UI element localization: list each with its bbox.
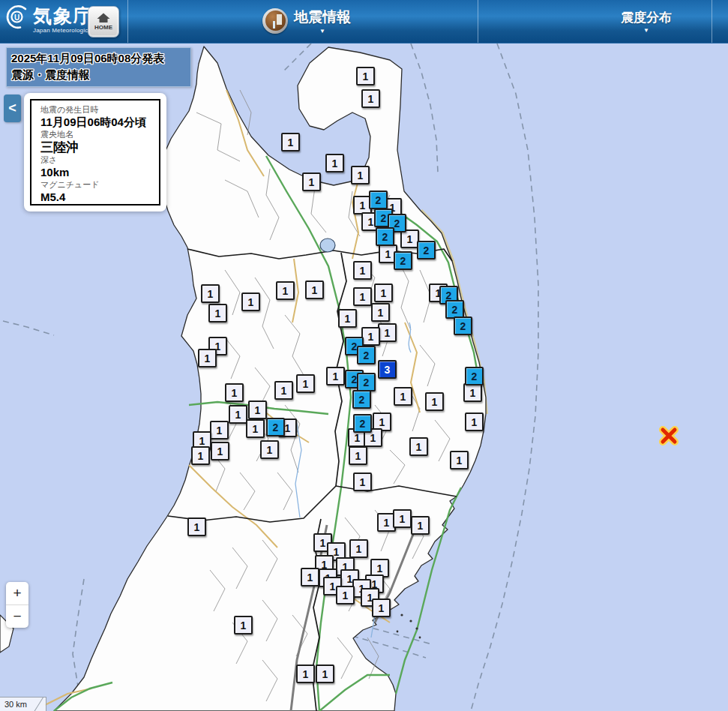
intensity-marker[interactable]: 1 (361, 89, 380, 108)
home-button[interactable]: HOME (88, 6, 119, 38)
intensity-marker[interactable]: 1 (241, 292, 260, 311)
intensity-marker[interactable]: 1 (372, 598, 391, 617)
panel-collapse-button[interactable]: < (4, 94, 21, 122)
intensity-marker[interactable]: 1 (201, 284, 220, 303)
intensity-marker[interactable]: 2 (352, 390, 371, 409)
intensity-marker[interactable]: 1 (296, 664, 315, 683)
intensity-marker[interactable]: 3 (378, 360, 397, 379)
intensity-marker[interactable]: 1 (463, 383, 482, 402)
nav-earthquake-info-label: 地震情報 (294, 8, 351, 27)
intensity-marker[interactable]: 1 (234, 616, 253, 634)
map-zoom-control: + − (6, 582, 28, 628)
intensity-marker[interactable]: 1 (301, 568, 319, 586)
earthquake-info-panel: 地震の発生日時 11月09日06時04分頃 震央地名 三陸沖 深さ 10km マ… (24, 93, 166, 212)
intensity-marker[interactable]: 1 (208, 304, 227, 322)
intensity-marker[interactable]: 1 (260, 440, 279, 459)
field-label-epicenter: 震央地名 (40, 130, 156, 140)
intensity-marker[interactable]: 1 (371, 303, 390, 322)
intensity-marker[interactable]: 1 (374, 284, 393, 302)
home-icon (96, 13, 111, 23)
intensity-marker[interactable]: 1 (353, 287, 372, 306)
home-button-label: HOME (94, 24, 112, 31)
intensity-marker[interactable]: 2 (357, 346, 376, 364)
map-scale-bar: 30 km (0, 697, 46, 711)
intensity-marker[interactable]: 1 (225, 383, 244, 402)
announcement-time: 2025年11月09日06時08分発表 (11, 50, 186, 67)
intensity-marker[interactable]: 1 (349, 539, 368, 558)
intensity-marker[interactable]: 1 (353, 261, 372, 280)
intensity-marker[interactable]: 1 (274, 381, 293, 400)
zoom-out-button[interactable]: − (6, 604, 28, 628)
intensity-marker[interactable]: 1 (465, 412, 484, 431)
jma-logo-icon: U (5, 4, 29, 34)
intensity-marker[interactable]: 2 (369, 190, 388, 209)
intensity-marker[interactable]: 1 (361, 327, 380, 346)
intensity-marker[interactable]: 1 (450, 451, 469, 470)
intensity-marker[interactable]: 1 (356, 67, 375, 86)
intensity-marker[interactable]: 1 (349, 446, 367, 465)
intensity-marker[interactable]: 2 (417, 241, 436, 260)
intensity-marker[interactable]: 2 (357, 373, 376, 392)
intensity-marker[interactable]: 1 (394, 387, 412, 406)
intensity-marker[interactable]: 1 (198, 349, 217, 368)
chevron-down-icon: ▼ (643, 28, 649, 33)
field-label-occurrence-time: 地震の発生日時 (40, 105, 156, 115)
jma-earthquake-page: 1111111111111111111111111111111111111111… (0, 0, 728, 711)
intensity-marker[interactable]: 1 (325, 154, 344, 172)
field-label-depth: 深さ (40, 155, 156, 165)
intensity-marker[interactable]: 1 (378, 323, 397, 342)
intensity-marker[interactable]: 1 (336, 586, 355, 604)
field-value-depth: 10km (40, 165, 156, 180)
intensity-marker[interactable]: 1 (351, 166, 370, 184)
announcement-type: 震源・震度情報 (11, 67, 186, 83)
intensity-marker[interactable]: 2 (394, 251, 412, 270)
chevron-down-icon: ▼ (319, 28, 325, 34)
header-divider (712, 0, 712, 43)
field-label-magnitude: マグニチュード (40, 180, 156, 190)
nav-intensity-distribution[interactable]: 震度分布 ▼ (621, 9, 672, 33)
svg-text:U: U (14, 14, 19, 22)
intensity-marker[interactable]: 1 (191, 446, 210, 465)
top-nav-bar: U 気象庁 Japan Meteorological Agency HOME 地… (0, 0, 728, 44)
intensity-marker[interactable]: 1 (187, 518, 206, 536)
intensity-marker[interactable]: 1 (409, 437, 428, 456)
intensity-marker[interactable]: 1 (411, 516, 430, 535)
intensity-marker[interactable]: 1 (210, 421, 229, 440)
field-value-occurrence-time: 11月09日06時04分頃 (40, 115, 156, 130)
intensity-marker[interactable]: 1 (248, 400, 267, 419)
field-value-magnitude: M5.4 (40, 190, 156, 205)
intensity-marker[interactable]: 2 (465, 367, 484, 386)
intensity-marker[interactable]: 1 (338, 309, 357, 328)
announcement-banner: 2025年11月09日06時08分発表 震源・震度情報 (6, 47, 191, 87)
intensity-marker[interactable]: 1 (425, 392, 444, 411)
intensity-marker[interactable]: 1 (353, 472, 372, 491)
intensity-marker[interactable]: 1 (326, 367, 345, 386)
intensity-marker[interactable]: 2 (376, 227, 394, 246)
field-value-epicenter: 三陸沖 (40, 140, 156, 155)
zoom-in-button[interactable]: + (6, 582, 28, 604)
intensity-marker[interactable]: 1 (229, 405, 247, 424)
intensity-marker[interactable]: 1 (305, 280, 324, 299)
intensity-marker[interactable]: 1 (276, 281, 295, 300)
intensity-marker[interactable]: 2 (353, 414, 372, 433)
intensity-marker[interactable]: 1 (211, 442, 229, 460)
intensity-marker[interactable]: 2 (266, 418, 285, 436)
intensity-marker[interactable]: 1 (281, 133, 300, 152)
earthquake-info-icon (262, 8, 288, 34)
epicenter-x-icon (659, 426, 679, 446)
intensity-marker[interactable]: 2 (454, 316, 472, 335)
intensity-marker[interactable]: 1 (246, 419, 265, 438)
intensity-marker[interactable]: 1 (316, 664, 334, 683)
intensity-marker[interactable]: 1 (393, 509, 412, 528)
nav-earthquake-info[interactable]: 地震情報 ▼ (262, 8, 351, 34)
nav-intensity-distribution-label: 震度分布 (621, 9, 672, 26)
intensity-marker[interactable]: 1 (296, 374, 315, 393)
intensity-marker[interactable]: 1 (302, 172, 321, 191)
header-divider (127, 0, 128, 43)
header-divider (478, 0, 478, 43)
